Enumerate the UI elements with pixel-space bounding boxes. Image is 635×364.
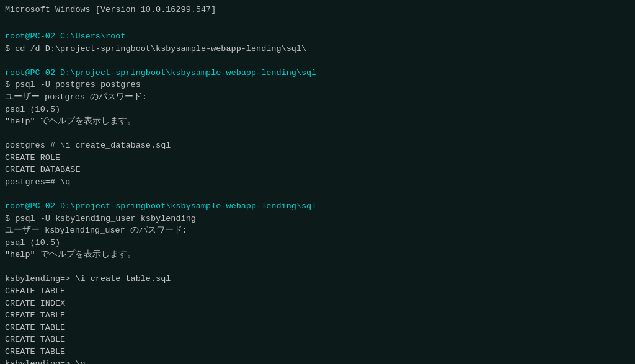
output-12: CREATE TABLE [5, 322, 630, 334]
output-3: "help" でヘルプを表示します。 [5, 115, 630, 128]
cmd-7: ksbylending=> \q [5, 358, 630, 364]
terminal-content: Microsoft Windows [Version 10.0.16299.54… [5, 4, 630, 364]
prompt-2: root@PC-02 D:\project-springboot\ksbysam… [5, 67, 630, 79]
output-10: CREATE INDEX [5, 298, 630, 310]
cmd-1: $ cd /d D:\project-springboot\ksbysample… [5, 43, 630, 55]
cmd-6: ksbylending=> \i create_table.sql [5, 273, 630, 285]
output-11: CREATE TABLE [5, 309, 630, 322]
blank-5 [5, 261, 630, 273]
blank-4 [5, 188, 630, 200]
output-6: ユーザー ksbylending_user のパスワード: [5, 224, 630, 237]
output-7: psql (10.5) [5, 237, 630, 249]
output-8: "help" でヘルプを表示します。 [5, 249, 630, 261]
cmd-5: $ psql -U ksbylending_user ksbylending [5, 213, 630, 225]
output-9: CREATE TABLE [5, 285, 630, 298]
output-13: CREATE TABLE [5, 334, 630, 346]
terminal-window[interactable]: Microsoft Windows [Version 10.0.16299.54… [0, 0, 635, 364]
prompt-1: root@PC-02 C:\Users\root [5, 30, 630, 43]
cmd-4: postgres=# \q [5, 176, 630, 189]
output-14: CREATE TABLE [5, 346, 630, 358]
output-5: CREATE DATABASE [5, 164, 630, 176]
blank-3 [5, 128, 630, 140]
blank-1 [5, 19, 630, 31]
output-2: psql (10.5) [5, 104, 630, 116]
blank-2 [5, 55, 630, 67]
title-line: Microsoft Windows [Version 10.0.16299.54… [5, 4, 630, 16]
cmd-2: $ psql -U postgres postgres [5, 79, 630, 91]
output-1: ユーザー postgres のパスワード: [5, 91, 630, 104]
prompt-3: root@PC-02 D:\project-springboot\ksbysam… [5, 200, 630, 213]
cmd-3: postgres=# \i create_database.sql [5, 140, 630, 152]
output-4: CREATE ROLE [5, 152, 630, 164]
